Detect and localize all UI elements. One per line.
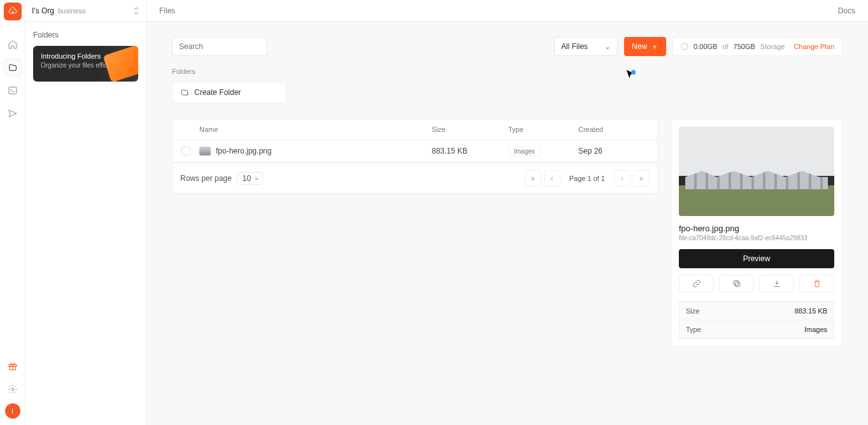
nav-settings-icon[interactable] [4, 380, 22, 398]
nav-home-icon[interactable] [4, 36, 22, 54]
storage-total: 750GB [734, 43, 755, 50]
new-button[interactable]: New ＋ [624, 37, 666, 56]
svg-rect-5 [734, 280, 738, 285]
preview-thumbnail [679, 127, 834, 216]
col-size[interactable]: Size [432, 126, 508, 133]
row-checkbox[interactable] [181, 147, 190, 155]
brand-logo [4, 3, 22, 20]
detail-filename: fpo-hero.jpg.png [679, 224, 834, 233]
table-header: Name Size Type Created [173, 119, 657, 140]
page-prev-button[interactable]: ‹ [544, 170, 560, 187]
create-folder-label: Create Folder [194, 88, 241, 97]
file-size: 883.15 KB [432, 147, 508, 155]
copy-link-button[interactable] [679, 275, 714, 292]
file-filter-select[interactable]: All Files ⌄ [554, 37, 618, 56]
chevron-updown-icon [133, 6, 139, 15]
svg-point-3 [11, 388, 14, 391]
sidebar-section-folders: Folders [33, 31, 138, 40]
file-thumbnail [199, 147, 211, 155]
new-button-label: New [632, 42, 647, 51]
storage-label: Storage [760, 43, 785, 50]
breadcrumb: Files [159, 6, 175, 15]
col-created[interactable]: Created [578, 126, 648, 133]
storage-circle-icon [681, 43, 688, 50]
nav-terminal-icon[interactable] [4, 82, 22, 99]
docs-link[interactable]: Docs [838, 6, 855, 15]
rows-per-page-select[interactable]: 10 [237, 172, 263, 185]
table-row[interactable]: fpo-hero.jpg.png 883.15 KB Images Sep 26 [173, 140, 657, 162]
page-label: Page 1 of 1 [563, 175, 611, 182]
file-created: Sep 26 [578, 147, 648, 155]
files-table: Name Size Type Created fpo-hero.jpg.png … [172, 119, 658, 194]
file-type-tag: Images [508, 147, 541, 156]
page-next-button[interactable]: › [614, 170, 630, 187]
rows-per-page-label: Rows per page [180, 174, 232, 183]
nav-gift-icon[interactable] [4, 357, 22, 375]
plus-icon: ＋ [651, 41, 658, 52]
promo-card[interactable]: Introducing Folders Organize your files … [33, 46, 138, 82]
org-name: I's Org [32, 6, 54, 15]
page-first-button[interactable]: « [525, 170, 541, 187]
folder-plus-icon [180, 88, 189, 97]
org-switcher[interactable]: I's Org business [25, 0, 146, 22]
rows-per-page-value: 10 [243, 174, 251, 183]
copy-button[interactable] [719, 275, 754, 292]
detail-file-id: file-ca7049dc-28cd-4caa-9af2-ec6445a2983… [679, 234, 834, 241]
svg-rect-4 [735, 282, 739, 287]
download-button[interactable] [759, 275, 794, 292]
storage-used: 0.00GB [694, 43, 717, 50]
delete-button[interactable] [799, 275, 834, 292]
avatar[interactable]: I [5, 403, 20, 419]
main-topbar: Files Docs [146, 0, 868, 22]
file-name: fpo-hero.jpg.png [216, 147, 271, 155]
icon-rail: I [0, 0, 25, 425]
col-type[interactable]: Type [508, 126, 578, 133]
details-panel: fpo-hero.jpg.png file-ca7049dc-28cd-4caa… [671, 119, 843, 347]
plan-badge: business [58, 7, 85, 15]
search-input[interactable] [172, 37, 267, 56]
nav-send-icon[interactable] [4, 104, 22, 122]
main: Files Docs All Files ⌄ New ＋ 0 [146, 0, 868, 425]
page-last-button[interactable]: » [633, 170, 650, 187]
meta-size-value: 883.15 KB [795, 307, 827, 315]
promo-decor [103, 46, 138, 82]
create-folder-button[interactable]: Create Folder [172, 82, 287, 103]
col-name[interactable]: Name [199, 126, 432, 133]
meta-type-label: Type [686, 326, 701, 333]
meta-size-label: Size [686, 307, 699, 315]
folders-heading: Folders [172, 68, 843, 75]
change-plan-link[interactable]: Change Plan [793, 43, 834, 50]
meta-type-row: Type Images [679, 321, 834, 339]
filter-value: All Files [561, 42, 588, 51]
meta-type-value: Images [804, 326, 827, 333]
toolbar: All Files ⌄ New ＋ 0.00GB of 750GB Storag… [172, 37, 843, 56]
sidebar: I's Org business Folders Introducing Fol… [25, 0, 146, 425]
pagination-bar: Rows per page 10 « ‹ Page 1 of 1 › » [173, 162, 657, 193]
storage-of: of [722, 43, 728, 50]
svg-rect-0 [9, 87, 17, 94]
storage-indicator: 0.00GB of 750GB Storage Change Plan [672, 37, 843, 56]
nav-files-icon[interactable] [4, 59, 22, 76]
meta-size-row: Size 883.15 KB [679, 301, 834, 321]
preview-button[interactable]: Preview [679, 249, 834, 268]
chevron-down-icon: ⌄ [604, 42, 611, 51]
